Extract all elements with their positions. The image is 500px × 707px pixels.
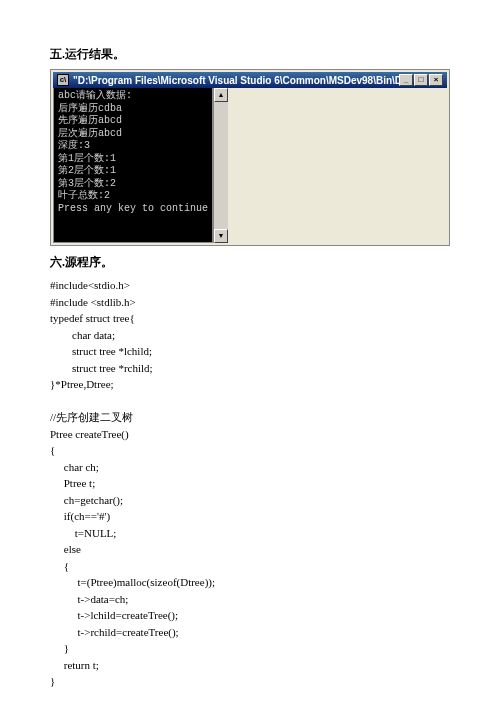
cmd-icon: c\ (57, 74, 69, 86)
close-button[interactable]: × (429, 74, 443, 86)
console-title: "D:\Program Files\Microsoft Visual Studi… (73, 75, 399, 86)
source-code: #include<stdio.h> #include <stdlib.h> ty… (50, 277, 450, 707)
section-6-header: 六.源程序。 (50, 254, 450, 271)
console-window: c\ "D:\Program Files\Microsoft Visual St… (50, 69, 450, 246)
section-5-header: 五.运行结果。 (50, 46, 450, 63)
console-body-wrapper: abc请输入数据: 后序遍历cdba 先序遍历abcd 层次遍历abcd 深度:… (53, 88, 447, 243)
vertical-scrollbar[interactable]: ▲ ▼ (213, 88, 228, 243)
console-titlebar: c\ "D:\Program Files\Microsoft Visual St… (53, 72, 447, 88)
maximize-button[interactable]: □ (414, 74, 428, 86)
scroll-down-button[interactable]: ▼ (214, 229, 228, 243)
window-buttons: _ □ × (399, 74, 443, 86)
scroll-track[interactable] (214, 102, 228, 229)
minimize-button[interactable]: _ (399, 74, 413, 86)
console-output: abc请输入数据: 后序遍历cdba 先序遍历abcd 层次遍历abcd 深度:… (53, 88, 213, 243)
scroll-up-button[interactable]: ▲ (214, 88, 228, 102)
